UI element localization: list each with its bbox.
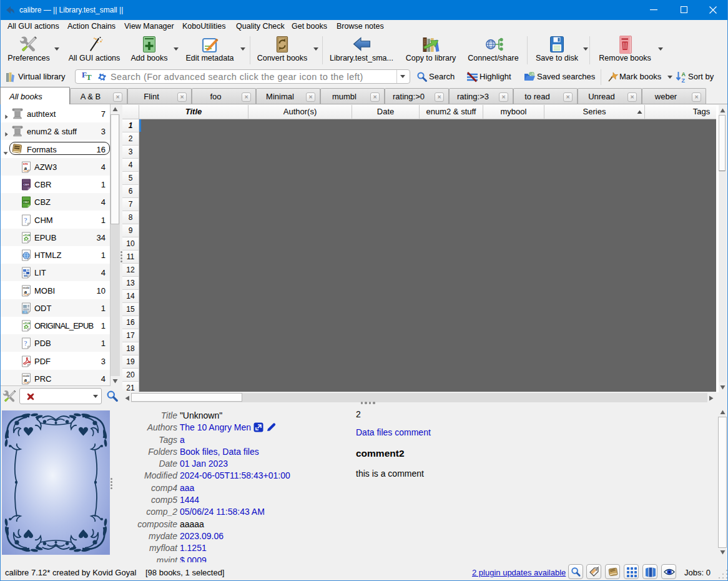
svg-text:CBR: CBR [23,183,29,186]
svg-text:a: a [24,376,27,382]
svg-text:?: ? [24,216,27,224]
svg-text:?: ? [24,339,27,347]
svg-text:a: a [24,164,27,171]
svg-text:CBZ: CBZ [23,201,29,204]
svg-text:A: A [682,71,686,77]
svg-text:ODT: ODT [23,311,28,314]
svg-text:ePUB: ePUB [23,233,31,236]
svg-text:Z: Z [682,77,686,83]
svg-text:ePUB: ePUB [23,322,31,325]
svg-text:a: a [24,288,27,294]
